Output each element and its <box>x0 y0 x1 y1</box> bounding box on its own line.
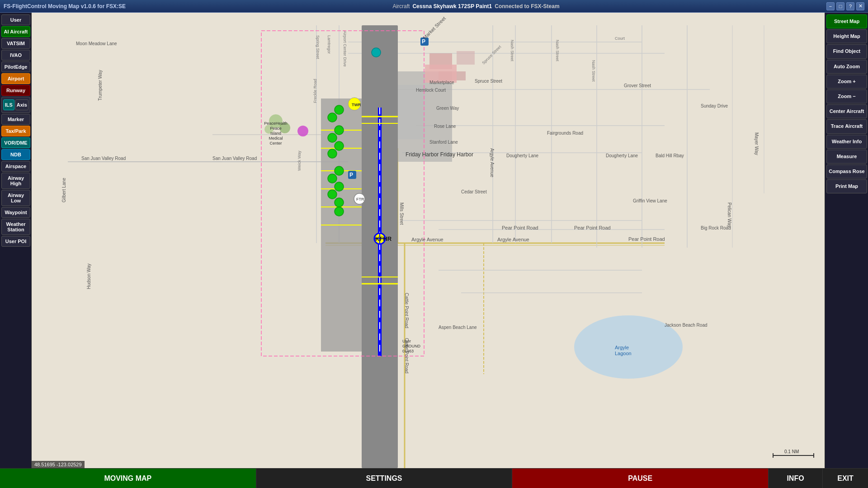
svg-text:Aspen Beach Lane: Aspen Beach Lane <box>439 325 477 330</box>
right-btn-height-map[interactable]: Height Map <box>826 29 867 43</box>
svg-text:Jackson Beach Road: Jackson Beach Road <box>665 323 708 328</box>
svg-text:Airport Center Drive: Airport Center Drive <box>343 31 347 67</box>
svg-point-65 <box>335 141 344 150</box>
close-button[interactable]: ✕ <box>856 2 864 10</box>
sidebar-item-ndb[interactable]: NDB <box>1 149 30 160</box>
svg-point-66 <box>328 149 337 158</box>
right-btn-auto-zoom[interactable]: Auto Zoom <box>826 60 867 74</box>
svg-text:0.1 NM: 0.1 NM <box>784 449 799 454</box>
svg-text:Stanford Lane: Stanford Lane <box>429 140 458 145</box>
moving-map-button[interactable]: MOVING MAP <box>0 469 256 488</box>
svg-text:San Juan Valley Road: San Juan Valley Road <box>212 156 257 161</box>
svg-text:KFHR: KFHR <box>375 235 392 242</box>
svg-text:Cattle Point Road: Cattle Point Road <box>404 293 409 328</box>
svg-text:Argyle Avenue: Argyle Avenue <box>497 237 529 242</box>
titlebar: FS-FlightControl Moving Map v1.0.6 for F… <box>0 0 868 13</box>
svg-rect-42 <box>398 85 425 139</box>
sidebar-item-airway-high[interactable]: Airway High <box>1 173 30 189</box>
sidebar-item-ai-aircraft[interactable]: AI Aircraft <box>1 26 30 37</box>
sidebar-item-airspace[interactable]: Airspace <box>1 161 30 172</box>
svg-point-75 <box>372 48 381 57</box>
minimize-button[interactable]: − <box>826 2 835 10</box>
app-title: FS-FlightControl Moving Map v1.0.6 for F… <box>4 3 126 9</box>
sidebar-item-airport[interactable]: Airport <box>1 73 30 84</box>
right-btn-weather-info[interactable]: Weather Info <box>826 135 867 149</box>
sidebar-item-vor-dme[interactable]: VOR/DME <box>1 137 30 148</box>
right-btn-compass-rose[interactable]: Compass Rose <box>826 164 867 178</box>
svg-text:Spring Street: Spring Street <box>316 35 320 59</box>
sidebar-item-user[interactable]: User <box>1 14 30 25</box>
help-button[interactable]: ? <box>846 2 854 10</box>
svg-text:Medical: Medical <box>269 136 283 141</box>
right-btn-trace-aircraft[interactable]: Trace Aircraft <box>826 119 867 133</box>
right-btn-center-aircraft[interactable]: Center Aircraft <box>826 104 867 118</box>
svg-text:Fairgrounds Road: Fairgrounds Road <box>547 131 583 136</box>
maximize-button[interactable]: □ <box>836 2 844 10</box>
svg-text:Nash Street: Nash Street <box>591 60 596 82</box>
sidebar-item-ils-axis[interactable]: ILS Axis <box>1 97 30 113</box>
svg-text:Gilbert Lane: Gilbert Lane <box>61 178 66 202</box>
svg-rect-40 <box>321 234 362 352</box>
svg-text:Pear Point Road: Pear Point Road <box>628 236 665 242</box>
aircraft-info: Aircraft Cessna Skyhawk 172SP Paint1 Con… <box>392 3 559 9</box>
exit-button[interactable]: EXIT <box>823 469 868 488</box>
sidebar-item-waypoint[interactable]: Waypoint <box>1 207 30 218</box>
pause-button[interactable]: PAUSE <box>512 469 769 488</box>
sidebar-item-weather-station[interactable]: Weather Station <box>1 219 30 235</box>
svg-text:Green Way: Green Way <box>436 106 459 111</box>
sidebar-item-runway[interactable]: Runway <box>1 85 30 96</box>
svg-text:Hudson Way: Hudson Way <box>86 263 91 289</box>
svg-text:Argyle: Argyle <box>615 345 629 350</box>
info-button[interactable]: INFO <box>769 469 823 488</box>
svg-text:Nash Street: Nash Street <box>510 40 514 61</box>
svg-text:Hemlock Court: Hemlock Court <box>416 88 446 93</box>
right-btn-street-map[interactable]: Street Map <box>826 14 867 28</box>
svg-text:Freckle Road: Freckle Road <box>313 79 317 103</box>
svg-point-67 <box>335 166 344 175</box>
sidebar-item-ils[interactable]: ILS <box>3 99 14 110</box>
sidebar-item-airway-low[interactable]: Airway Low <box>1 190 30 206</box>
svg-text:Spruce Street: Spruce Street <box>475 79 502 84</box>
right-btn-zoom-plus[interactable]: Zoom + <box>826 75 867 89</box>
right-sidebar: Street Map Height Map Find Object Auto Z… <box>825 13 868 468</box>
right-btn-find-object[interactable]: Find Object <box>826 44 867 58</box>
svg-text:Center: Center <box>269 141 282 145</box>
left-sidebar: User AI Aircraft VATSIM IVAO PilotEdge A… <box>0 13 32 468</box>
right-btn-zoom-minus[interactable]: Zoom − <box>826 89 867 103</box>
sidebar-item-pilotedge[interactable]: PilotEdge <box>1 61 30 72</box>
svg-text:Peace: Peace <box>270 126 282 131</box>
svg-text:Lagoon: Lagoon <box>615 351 632 356</box>
right-btn-measure[interactable]: Measure <box>826 150 867 164</box>
connection-status: Connected to FSX-Steam <box>495 3 559 9</box>
svg-text:Cedar Street: Cedar Street <box>461 189 487 194</box>
svg-point-57 <box>297 126 308 136</box>
svg-text:TWR: TWR <box>352 103 361 107</box>
svg-point-62 <box>328 113 337 122</box>
settings-button[interactable]: SETTINGS <box>256 469 513 488</box>
sidebar-item-ivao[interactable]: IVAO <box>1 50 30 61</box>
svg-text:Court: Court <box>615 36 625 41</box>
svg-text:Grover Street: Grover Street <box>624 83 651 88</box>
svg-text:PeaceHealth: PeaceHealth <box>264 121 288 126</box>
svg-text:Rose Lane: Rose Lane <box>434 124 456 129</box>
svg-point-61 <box>335 105 344 114</box>
svg-text:Bald Hill Rbay: Bald Hill Rbay <box>656 153 684 158</box>
svg-point-68 <box>328 174 337 183</box>
svg-point-70 <box>328 190 337 199</box>
right-btn-print-map[interactable]: Print Map <box>826 179 867 193</box>
coordinates: 48.51695 -123.02529 <box>32 461 85 468</box>
window-controls[interactable]: − □ ? ✕ <box>826 2 864 10</box>
sidebar-item-axis[interactable]: Axis <box>15 99 28 110</box>
svg-text:Argyle Avenue: Argyle Avenue <box>411 237 443 242</box>
svg-text:Mayer Way: Mayer Way <box>754 132 759 155</box>
sidebar-item-tax-park[interactable]: Tax/Park <box>1 126 30 136</box>
svg-text:Lamtregor: Lamtregor <box>327 35 331 54</box>
svg-text:San Juan Valley Road: San Juan Valley Road <box>81 156 126 161</box>
sidebar-item-user-poi[interactable]: User POI <box>1 236 30 247</box>
map-area[interactable]: Argyle Lagoon <box>32 13 825 468</box>
svg-text:Pear Point Road: Pear Point Road <box>502 225 538 230</box>
svg-point-63 <box>335 126 344 135</box>
sidebar-item-marker[interactable]: Marker <box>1 114 30 125</box>
svg-text:Big Rock Road: Big Rock Road <box>701 225 731 230</box>
sidebar-item-vatsim[interactable]: VATSIM <box>1 38 30 49</box>
